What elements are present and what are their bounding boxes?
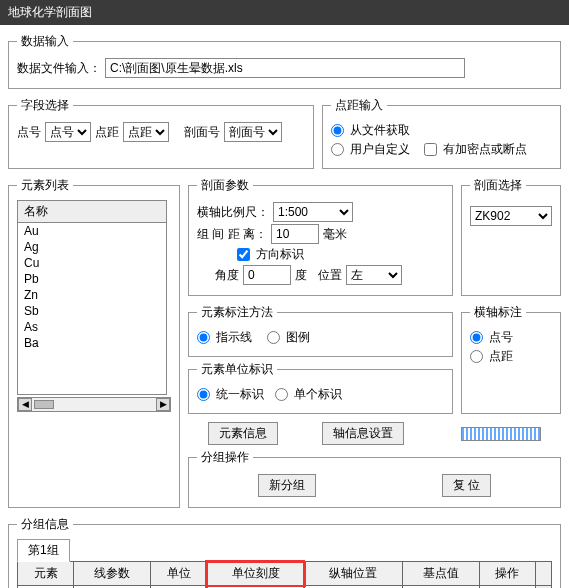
dir-mark-checkbox[interactable] — [237, 248, 250, 261]
scroll-right-icon[interactable]: ▶ — [156, 398, 170, 411]
window-titlebar: 地球化学剖面图 — [0, 0, 569, 25]
angle-unit-label: 度 — [295, 267, 307, 284]
dist-input-group: 点距输入 从文件获取 用户自定义 有加密点或断点 — [322, 97, 561, 169]
element-list-legend: 元素列表 — [17, 177, 73, 194]
dist-select[interactable]: 点距 — [123, 122, 169, 142]
new-group-button[interactable]: 新分组 — [258, 474, 316, 497]
bydist-radio[interactable] — [470, 350, 483, 363]
section-select-legend: 剖面选择 — [470, 177, 526, 194]
th-scale: 单位刻度 — [207, 562, 304, 586]
gap-unit-label: 毫米 — [323, 226, 347, 243]
hscale-label: 横轴比例尺： — [197, 204, 269, 221]
field-select-group: 字段选择 点号 点号 点距 点距 剖面号 剖面号 — [8, 97, 314, 169]
dense-point-checkbox[interactable] — [424, 143, 437, 156]
dir-mark-label: 方向标识 — [256, 246, 304, 263]
element-info-button[interactable]: 元素信息 — [208, 422, 278, 445]
user-def-radio[interactable] — [331, 143, 344, 156]
pos-select[interactable]: 左 — [346, 265, 402, 285]
indicator-label: 指示线 — [216, 329, 252, 346]
field-select-legend: 字段选择 — [17, 97, 73, 114]
list-item[interactable]: Au — [18, 223, 166, 239]
haxis-anno-legend: 横轴标注 — [470, 304, 526, 321]
section-select-dropdown[interactable]: ZK902 — [470, 206, 552, 226]
section-label: 剖面号 — [184, 124, 220, 141]
dist-label: 点距 — [95, 124, 119, 141]
th-axis: 纵轴位置 — [305, 562, 402, 586]
list-item[interactable]: Ag — [18, 239, 166, 255]
file-input-label: 数据文件输入： — [17, 60, 101, 77]
group-info-legend: 分组信息 — [17, 516, 73, 533]
point-select[interactable]: 点号 — [45, 122, 91, 142]
scroll-thumb[interactable] — [34, 400, 54, 409]
list-item[interactable]: Cu — [18, 255, 166, 271]
pos-label: 位置 — [318, 267, 342, 284]
list-item[interactable]: Ba — [18, 335, 166, 351]
element-list-group: 元素列表 名称 Au Ag Cu Pb Zn Sb As Ba ◀ ▶ — [8, 177, 180, 508]
from-file-label: 从文件获取 — [350, 122, 410, 139]
th-base: 基点值 — [402, 562, 479, 586]
element-listbox[interactable]: 名称 Au Ag Cu Pb Zn Sb As Ba — [17, 200, 167, 395]
th-unit: 单位 — [151, 562, 207, 586]
angle-label: 角度 — [215, 267, 239, 284]
group-info-group: 分组信息 第1组 元素 线参数 单位 单位刻度 纵轴位置 基点值 操作 Au —… — [8, 516, 561, 588]
group-gap-input[interactable] — [271, 224, 319, 244]
group-gap-label: 组 间 距 离： — [197, 226, 267, 243]
from-file-radio[interactable] — [331, 124, 344, 137]
group-table: 元素 线参数 单位 单位刻度 纵轴位置 基点值 操作 Au —— ng/g 65… — [17, 561, 552, 588]
unified-radio[interactable] — [197, 388, 210, 401]
unified-label: 统一标识 — [216, 386, 264, 403]
group-ops-legend: 分组操作 — [197, 449, 253, 466]
tab-group1[interactable]: 第1组 — [17, 539, 70, 562]
unit-mark-group: 元素单位标识 统一标识 单个标识 — [188, 361, 453, 414]
th-lineparam: 线参数 — [74, 562, 151, 586]
point-label: 点号 — [17, 124, 41, 141]
decoration-bar — [461, 427, 541, 441]
bydist-label: 点距 — [489, 348, 513, 365]
user-def-label: 用户自定义 — [350, 141, 410, 158]
data-input-legend: 数据输入 — [17, 33, 73, 50]
dist-input-legend: 点距输入 — [331, 97, 387, 114]
list-item[interactable]: Zn — [18, 287, 166, 303]
indicator-radio[interactable] — [197, 331, 210, 344]
section-params-group: 剖面参数 横轴比例尺： 1:500 组 间 距 离： 毫米 方向标识 — [188, 177, 453, 296]
section-select-group: 剖面选择 ZK902 — [461, 177, 561, 296]
legendopt-radio[interactable] — [267, 331, 280, 344]
scroll-left-icon[interactable]: ◀ — [18, 398, 32, 411]
data-input-group: 数据输入 数据文件输入： — [8, 33, 561, 89]
group-ops-group: 分组操作 新分组 复 位 — [188, 449, 561, 508]
single-radio[interactable] — [275, 388, 288, 401]
section-params-legend: 剖面参数 — [197, 177, 253, 194]
axis-info-button[interactable]: 轴信息设置 — [322, 422, 404, 445]
file-path-input[interactable] — [105, 58, 465, 78]
angle-input[interactable] — [243, 265, 291, 285]
reset-button[interactable]: 复 位 — [442, 474, 491, 497]
list-item[interactable]: As — [18, 319, 166, 335]
bypoint-radio[interactable] — [470, 331, 483, 344]
list-item[interactable]: Sb — [18, 303, 166, 319]
legendopt-label: 图例 — [286, 329, 310, 346]
main-content: 数据输入 数据文件输入： 字段选择 点号 点号 点距 点距 剖面号 剖面号 点距… — [0, 25, 569, 588]
haxis-anno-group: 横轴标注 点号 点距 — [461, 304, 561, 414]
horizontal-scrollbar[interactable]: ◀ ▶ — [17, 397, 171, 412]
single-label: 单个标识 — [294, 386, 342, 403]
anno-method-legend: 元素标注方法 — [197, 304, 277, 321]
element-list-header: 名称 — [18, 201, 166, 223]
dense-point-label: 有加密点或断点 — [443, 141, 527, 158]
hscale-select[interactable]: 1:500 — [273, 202, 353, 222]
th-op: 操作 — [479, 562, 535, 586]
bypoint-label: 点号 — [489, 329, 513, 346]
anno-method-group: 元素标注方法 指示线 图例 — [188, 304, 453, 357]
table-header-row: 元素 线参数 单位 单位刻度 纵轴位置 基点值 操作 — [18, 562, 552, 586]
th-element: 元素 — [18, 562, 74, 586]
list-item[interactable]: Pb — [18, 271, 166, 287]
section-select[interactable]: 剖面号 — [224, 122, 282, 142]
unit-mark-legend: 元素单位标识 — [197, 361, 277, 378]
